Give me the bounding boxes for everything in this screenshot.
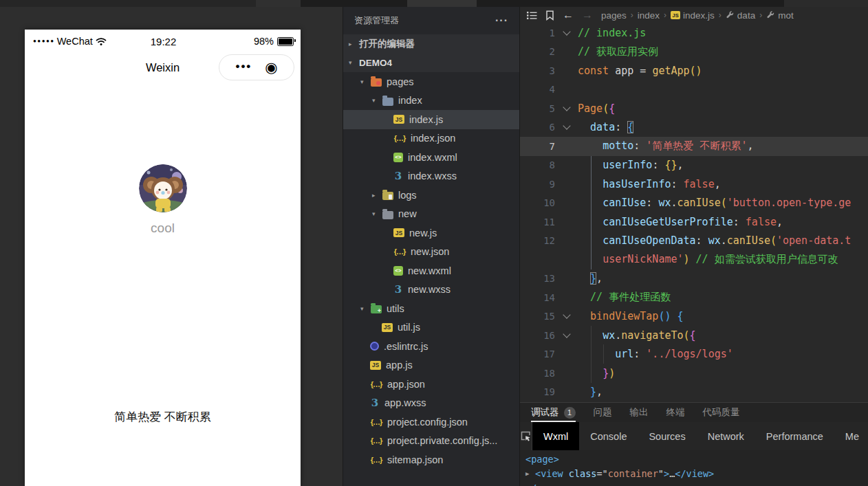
dom-node-page-close[interactable]: </page> [525, 481, 868, 486]
tree-item-index-js[interactable]: JSindex.js [343, 110, 519, 129]
devtools-tab-sources[interactable]: Sources [638, 422, 696, 450]
tree-expand-arrow[interactable]: ▾ [360, 78, 371, 85]
tree-item-new-wxml[interactable]: <>new.wxml [343, 261, 519, 280]
panel-tab-terminal[interactable]: 终端 [666, 403, 685, 422]
breadcrumb-item-motto[interactable]: mot [766, 10, 794, 21]
bookmark-icon[interactable] [545, 10, 554, 21]
breadcrumb-item-index-js[interactable]: JSindex.js [671, 10, 715, 21]
tree-expand-arrow[interactable]: ▾ [360, 305, 371, 312]
fold-chevron-icon[interactable] [555, 310, 578, 322]
fold-chevron-icon[interactable] [555, 102, 578, 115]
tree-item-label: index.js [409, 114, 443, 125]
code-line-7[interactable]: 7 motto: '简单热爱 不断积累', [520, 137, 868, 156]
code-text: Page({ [578, 102, 615, 115]
devtools-tab-memory[interactable]: Me [834, 422, 868, 450]
tree-item-pages[interactable]: ▾pages [343, 72, 519, 91]
code-line-10[interactable]: 10 canIUse: wx.canIUse('button.open-type… [520, 194, 868, 213]
code-line-3[interactable]: 3const app = getApp() [520, 61, 868, 80]
fold-chevron-icon[interactable] [555, 27, 578, 39]
code-line-1[interactable]: 1// index.js [520, 23, 868, 43]
tree-expand-arrow[interactable]: ▾ [372, 97, 382, 104]
code-line-17[interactable]: 17 url: '../logs/logs' [520, 345, 868, 364]
tree-item-new-json[interactable]: {…}new.json [343, 243, 519, 262]
js-file-icon: JS [393, 228, 404, 237]
forward-arrow-icon[interactable]: → [582, 10, 593, 21]
tree-item-app-wxss[interactable]: 3app.wxss [343, 394, 519, 413]
tree-item-label: logs [398, 190, 417, 201]
breadcrumb-item-pages[interactable]: pages [601, 10, 627, 21]
devtools-tab-network[interactable]: Network [697, 422, 755, 450]
inspect-element-icon[interactable] [520, 422, 532, 450]
tree-item-project-private-config-json[interactable]: {…}project.private.config.js... [343, 432, 519, 451]
user-avatar[interactable] [139, 164, 187, 212]
code-text: canIUseGetUserProfile: false, [578, 216, 783, 228]
code-line-16[interactable]: 16 wx.navigateTo({ [520, 326, 868, 345]
fold-chevron-icon[interactable] [555, 329, 578, 342]
code-area[interactable]: 1// index.js2// 获取应用实例3const app = getAp… [520, 23, 868, 403]
tree-item-new-js[interactable]: JSnew.js [343, 223, 519, 243]
fold-chevron-icon[interactable] [555, 121, 578, 133]
code-line-11[interactable]: 11 canIUseGetUserProfile: false, [520, 212, 868, 232]
panel-tab-output[interactable]: 输出 [630, 403, 649, 422]
back-arrow-icon[interactable]: ← [563, 10, 574, 21]
code-line-18[interactable]: 18 }) [520, 364, 868, 383]
chevron-down-icon [563, 330, 570, 338]
tree-item-sitemap-json[interactable]: {…}sitemap.json [343, 450, 519, 470]
tree-expand-arrow[interactable]: ▸ [372, 192, 382, 199]
code-text: hasUserInfo: false, [578, 178, 721, 190]
tree-item-index-wxml[interactable]: <>index.wxml [343, 148, 519, 167]
tree-item-label: new.wxss [408, 284, 451, 295]
code-line-12[interactable]: 12 canIUseOpenData: wx.canIUse('open-dat… [520, 232, 868, 251]
dom-node-page-open[interactable]: <page> [525, 452, 868, 467]
devtools-tab-wxml[interactable]: Wxml [532, 422, 579, 450]
panel-tab-code-quality[interactable]: 代码质量 [703, 403, 740, 422]
dom-expand-arrow[interactable]: ▶ [525, 467, 535, 481]
tree-expand-arrow[interactable]: ▾ [349, 59, 359, 66]
tree-item-eslintrc-js[interactable]: .eslintrc.js [343, 337, 519, 356]
tree-item-new[interactable]: ▾new [343, 205, 519, 224]
code-line-6[interactable]: 6 data: { [520, 118, 868, 137]
code-line-15[interactable]: 15 bindViewTap() { [520, 307, 868, 327]
code-line-13[interactable]: 13 }, [520, 269, 868, 289]
tree-item-index[interactable]: ▾index [343, 91, 519, 111]
json-file-icon: {…} [370, 456, 382, 464]
panel-tab-problems[interactable]: 问题 [594, 403, 612, 422]
tree-item-util-js[interactable]: JSutil.js [343, 318, 519, 338]
tree-item-logs[interactable]: ▸logs [343, 186, 519, 205]
outline-list-icon[interactable] [527, 11, 537, 20]
devtools-tab-performance[interactable]: Performance [755, 422, 834, 450]
tree-expand-arrow[interactable]: ▸ [349, 41, 359, 47]
line-number: 4 [520, 84, 555, 95]
explorer-more-icon[interactable]: ··· [495, 14, 508, 27]
tree-item-app-json[interactable]: {…}app.json [343, 375, 519, 394]
dom-node-view-container[interactable]: ▶<view class="container">…</view> [525, 467, 868, 481]
panel-tab-label: 调试器 [531, 406, 559, 419]
capsule-button[interactable]: ••• ◉ [219, 54, 294, 80]
breadcrumb-item-index[interactable]: index [638, 10, 660, 21]
tree-item-label: new.json [411, 246, 449, 257]
tree-item-open-editors[interactable]: ▸打开的编辑器 [343, 34, 519, 54]
breadcrumb-item-data[interactable]: data [726, 10, 755, 21]
tree-expand-arrow[interactable]: ▾ [372, 210, 382, 217]
code-line-wrap[interactable]: userNickName') // 如需尝试获取用户信息可改 [520, 250, 868, 269]
tree-item-utils[interactable]: ▾utils [343, 299, 519, 318]
tree-item-index-wxss[interactable]: 3index.wxss [343, 167, 519, 186]
code-line-19[interactable]: 19 }, [520, 383, 868, 402]
code-line-9[interactable]: 9 hasUserInfo: false, [520, 175, 868, 194]
code-line-14[interactable]: 14 // 事件处理函数 [520, 288, 868, 307]
breadcrumb-label: mot [778, 10, 794, 21]
tree-item-demo4[interactable]: ▾DEMO4 [343, 54, 519, 73]
tree-item-project-config-json[interactable]: {…}project.config.json [343, 412, 519, 432]
panel-tab-debugger[interactable]: 调试器1 [531, 403, 576, 422]
devtools-tab-console[interactable]: Console [579, 422, 638, 450]
tree-item-new-wxss[interactable]: 3new.wxss [343, 280, 519, 300]
tree-item-index-json[interactable]: {…}index.json [343, 129, 519, 148]
line-number: 16 [520, 330, 555, 341]
wechat-devtools-window: ●●●●● WeChat 19:22 98% Weixin ••• ◉ [0, 0, 868, 486]
code-line-8[interactable]: 8 userInfo: {}, [520, 156, 868, 175]
code-line-5[interactable]: 5Page({ [520, 99, 868, 118]
chevron-down-icon [563, 103, 570, 111]
tree-item-app-js[interactable]: JSapp.js [343, 356, 519, 375]
code-line-4[interactable]: 4 [520, 80, 868, 100]
code-line-2[interactable]: 2// 获取应用实例 [520, 43, 868, 62]
